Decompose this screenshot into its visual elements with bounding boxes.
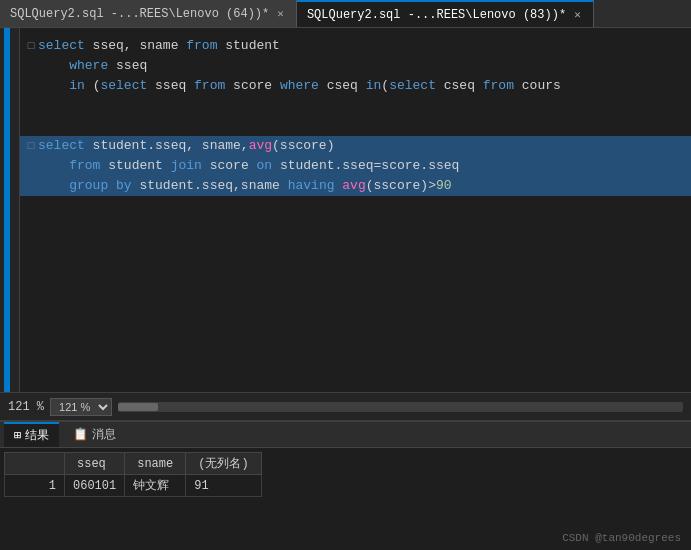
tab-2[interactable]: SQLQuery2.sql -...REES\Lenovo (83))* ✕ [297,0,594,27]
line-content-2: where sseq [38,56,691,76]
line-content-6: select student.sseq, sname,avg(sscore) [38,136,691,156]
code-editor[interactable]: □ select sseq, sname from student where … [20,28,691,392]
editor-line-4 [20,96,691,116]
line-content-4 [38,96,691,116]
msg-icon: 📋 [73,427,88,442]
collapse-1: □ [24,36,38,56]
editor-line-1: □ select sseq, sname from student [20,36,691,56]
tab-bar: SQLQuery2.sql -...REES\Lenovo (64))* ✕ S… [0,0,691,28]
line-content-5 [38,116,691,136]
results-tab-results[interactable]: ⊞ 结果 [4,422,59,447]
watermark: CSDN @tan90degrees [562,532,681,544]
col-rownum-header [5,453,65,475]
collapse-6: □ [24,136,38,156]
col-sname-header: sname [125,453,186,475]
cell-sname: 钟文辉 [125,475,186,497]
tab-1-label: SQLQuery2.sql -...REES\Lenovo (64))* [10,7,269,21]
editor-line-6: □ select student.sseq, sname,avg(sscore) [20,136,691,156]
tab-2-label: SQLQuery2.sql -...REES\Lenovo (83))* [307,8,566,22]
line-content-8: group by student.sseq,sname having avg(s… [38,176,691,196]
col-noname-header: (无列名) [186,453,261,475]
cell-val: 91 [186,475,261,497]
zoom-bar: 121 % 121 % 100 % 150 % [0,392,691,420]
row-num: 1 [5,475,65,497]
editor-container: □ select sseq, sname from student where … [0,28,691,392]
cell-sseq: 060101 [65,475,125,497]
zoom-label: 121 % [8,400,44,414]
line-content-3: in (select sseq from score where cseq in… [38,76,691,96]
scrollbar-track[interactable] [118,402,683,412]
editor-line-5 [20,116,691,136]
tab-1-close[interactable]: ✕ [275,7,286,20]
scrollbar-thumb [118,403,158,411]
results-tab-results-label: 结果 [25,427,49,444]
results-panel: ⊞ 结果 📋 消息 sseq sname (无列名) 1 060101 [0,420,691,550]
grid-icon: ⊞ [14,428,21,443]
results-content: sseq sname (无列名) 1 060101 钟文辉 91 CSDN @t… [0,448,691,550]
line-content-1: select sseq, sname from student [38,36,691,56]
zoom-dropdown[interactable]: 121 % 100 % 150 % [50,398,112,416]
results-table: sseq sname (无列名) 1 060101 钟文辉 91 [4,452,262,497]
results-tabs: ⊞ 结果 📋 消息 [0,422,691,448]
line-content-7: from student join score on student.sseq=… [38,156,691,176]
tab-2-close[interactable]: ✕ [572,8,583,21]
editor-line-3: in (select sseq from score where cseq in… [20,76,691,96]
table-row: 1 060101 钟文辉 91 [5,475,262,497]
editor-line-8: group by student.sseq,sname having avg(s… [20,176,691,196]
results-tab-messages-label: 消息 [92,426,116,443]
editor-line-2: where sseq [20,56,691,76]
editor-line-7: from student join score on student.sseq=… [20,156,691,176]
col-sseq-header: sseq [65,453,125,475]
left-sidebar [0,28,20,392]
results-tab-messages[interactable]: 📋 消息 [63,422,126,447]
tab-1[interactable]: SQLQuery2.sql -...REES\Lenovo (64))* ✕ [0,0,297,27]
